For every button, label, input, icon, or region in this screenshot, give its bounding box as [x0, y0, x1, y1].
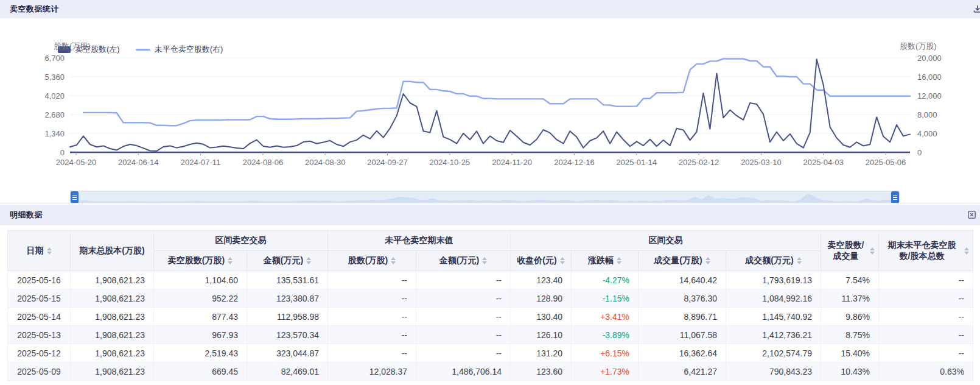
column-header: 期末总股本(万股): [71, 231, 154, 271]
table-row: 2025-05-141,908,621.23877.43112,958.98--…: [8, 308, 973, 326]
column-header[interactable]: 金额(万元): [416, 251, 511, 271]
right-axis-tick: 0: [917, 148, 922, 157]
table-cell: 2025-05-13: [8, 326, 71, 344]
column-header[interactable]: 期末未平仓卖空股数/股本总数: [879, 231, 973, 271]
table-cell: 952.22: [154, 289, 247, 308]
x-axis-label: 2024-11-20: [492, 158, 532, 167]
sort-icon[interactable]: [306, 257, 311, 264]
table-cell: --: [879, 271, 973, 289]
column-header[interactable]: 涨跌幅: [572, 251, 639, 271]
left-axis-tick: 1,340: [44, 129, 65, 138]
table-cell: 1,104.60: [154, 271, 247, 289]
x-axis-label: 2025-02-12: [679, 158, 719, 167]
chart-panel-header: 卖空数据统计: [0, 0, 980, 18]
column-header-label: 成交量(万股): [654, 255, 702, 266]
sort-icon[interactable]: [391, 257, 396, 264]
table-cell: --: [416, 344, 511, 362]
table-cell: 123,570.34: [247, 326, 328, 344]
table-cell: 8.75%: [821, 326, 879, 344]
table-cell: 16,362.64: [639, 344, 726, 362]
x-axis-label: 2025-04-03: [803, 158, 844, 167]
table-cell: 123,380.87: [247, 289, 328, 308]
column-header[interactable]: 卖空股数/成交量: [821, 231, 879, 271]
column-group-header: 区间交易: [511, 231, 821, 251]
sort-icon[interactable]: [560, 257, 565, 264]
table-cell: 11.37%: [821, 289, 879, 308]
table-cell: 2025-05-14: [8, 308, 71, 326]
x-axis-label: 2025-05-06: [866, 158, 906, 167]
table-cell: 12,028.37: [328, 362, 416, 381]
open-short-shares-line: [83, 59, 910, 126]
table-cell: +3.41%: [572, 308, 639, 326]
table-row: 2025-05-131,908,621.23967.93123,570.34--…: [8, 326, 973, 344]
sort-icon[interactable]: [797, 257, 802, 264]
table-cell: 112,958.98: [247, 308, 328, 326]
table-cell: 0.63%: [879, 362, 973, 381]
table-cell: --: [328, 271, 416, 289]
table-cell: 1,908,621.23: [71, 344, 154, 362]
table-cell: 1,145,740.92: [726, 308, 821, 326]
sort-icon[interactable]: [870, 247, 875, 255]
table-cell: 128.90: [511, 289, 572, 308]
export-icon[interactable]: [967, 210, 976, 222]
datazoom-slider[interactable]: [70, 191, 900, 203]
table-cell: --: [879, 289, 973, 308]
column-header[interactable]: 成交量(万股): [639, 251, 726, 271]
column-header-label: 股数(万股): [348, 255, 388, 266]
download-icon[interactable]: [973, 4, 980, 16]
table-cell: 130.40: [511, 308, 572, 326]
sort-icon[interactable]: [705, 257, 710, 264]
table-cell: 126.10: [511, 326, 572, 344]
column-header[interactable]: 成交额(万元): [726, 251, 821, 271]
column-header[interactable]: 收盘价(元): [511, 251, 572, 271]
table-cell: 2,102,574.79: [726, 344, 821, 362]
table-cell: 9.86%: [821, 308, 879, 326]
sort-icon[interactable]: [482, 257, 487, 264]
datazoom-right-handle[interactable]: [891, 191, 899, 203]
right-axis-tick: 20,000: [917, 54, 942, 63]
table-cell: 1,412,736.21: [726, 326, 821, 344]
table-panel-title: 明细数据: [10, 210, 43, 221]
table-cell: 790,843.23: [726, 362, 821, 381]
right-axis-tick: 12,000: [917, 91, 942, 101]
column-header-label: 金额(万元): [264, 255, 303, 266]
x-axis-label: 2024-12-16: [554, 158, 595, 167]
datazoom-left-handle[interactable]: [71, 191, 79, 203]
table-cell: 1,908,621.23: [71, 326, 154, 344]
table-cell: 669.45: [154, 362, 247, 381]
sort-icon[interactable]: [47, 247, 52, 255]
table-cell: -4.27%: [572, 271, 639, 289]
x-axis-label: 2024-07-11: [181, 158, 221, 167]
table-row: 2025-05-161,908,621.231,104.60135,531.61…: [8, 271, 973, 289]
x-axis-label: 2024-06-14: [118, 158, 159, 167]
left-axis-tick: 6,700: [44, 54, 65, 63]
table-row: 2025-05-091,908,621.23669.4582,469.0112,…: [8, 362, 973, 381]
x-axis-label: 2024-10-25: [430, 158, 471, 167]
column-header[interactable]: 日期: [8, 231, 71, 271]
right-axis-name: 股数(万股): [900, 41, 937, 51]
table-cell: 14,640.42: [639, 271, 726, 289]
section-divider: [0, 203, 980, 203]
table-cell: --: [416, 289, 511, 308]
table-cell: 1,908,621.23: [71, 362, 154, 381]
sort-icon[interactable]: [964, 247, 969, 255]
short-shares-line: [70, 59, 910, 151]
silhouette-path: [71, 194, 899, 202]
sort-icon[interactable]: [228, 257, 233, 264]
table-cell: 135,531.61: [247, 271, 328, 289]
table-cell: 131.20: [511, 344, 572, 362]
table-cell: 2025-05-16: [8, 271, 71, 289]
table-cell: 15.40%: [821, 344, 879, 362]
table-cell: -3.89%: [572, 326, 639, 344]
table-cell: 323,044.87: [247, 344, 328, 362]
table-cell: --: [416, 271, 511, 289]
column-header[interactable]: 卖空股数(万股): [154, 251, 247, 271]
column-header-label: 期末未平仓卖空股数/股本总数: [883, 240, 961, 261]
table-cell: --: [879, 344, 973, 362]
column-header[interactable]: 股数(万股): [328, 251, 416, 271]
x-axis-label: 2024-08-06: [243, 158, 284, 167]
column-header-label: 期末总股本(万股): [79, 245, 144, 256]
table-cell: --: [416, 308, 511, 326]
sort-icon[interactable]: [617, 257, 621, 264]
column-header[interactable]: 金额(万元): [247, 251, 328, 271]
